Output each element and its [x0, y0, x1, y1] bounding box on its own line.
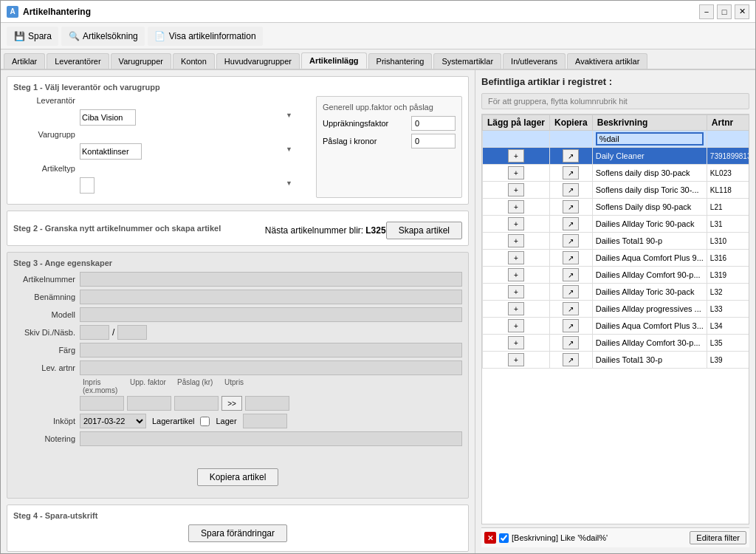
tab-artiklar[interactable]: Artiklar [4, 53, 45, 69]
tab-prishantering[interactable]: Prishantering [368, 53, 433, 69]
lagg-pa-lager-button[interactable]: + [508, 166, 524, 179]
info-button[interactable]: 📄 Visa artikelinformation [148, 27, 263, 46]
tab-systemartiklar[interactable]: Systemartiklar [433, 53, 501, 69]
col-header-lagg: Lägg på lager [483, 115, 550, 131]
inkopt-date-select[interactable]: 2017-03-22 [80, 414, 146, 428]
table-row: + ↗ Dailies Allday Comfort 90-p... L319 … [483, 267, 750, 284]
lager-input[interactable] [243, 414, 287, 428]
search-input[interactable] [596, 132, 704, 146]
app-icon: A [7, 6, 18, 18]
kopiera-button[interactable]: ↗ [563, 336, 579, 349]
varugrupp-select-row: Kontaktlinser [13, 143, 295, 160]
artnr-cell: L310 [707, 233, 749, 250]
col-header-artnr: Artnr [707, 115, 749, 131]
col-header-beskrivning: Beskrivning [592, 115, 707, 131]
varugrupp-select[interactable]: Kontaktlinser [80, 143, 142, 160]
kopiera-button[interactable]: ↗ [563, 183, 579, 196]
lagg-pa-lager-button[interactable]: + [508, 353, 524, 366]
kopiera-button[interactable]: ↗ [563, 285, 579, 298]
filter-checkbox[interactable] [499, 533, 509, 543]
upprakning-input[interactable] [411, 116, 456, 131]
kopiera-button[interactable]: ↗ [563, 166, 579, 179]
tab-konton[interactable]: Konton [173, 53, 215, 69]
filter-text: [Beskrivning] Like '%dail%' [512, 533, 687, 542]
lagg-pa-lager-button[interactable]: + [508, 217, 524, 230]
lagg-pa-lager-button[interactable]: + [508, 200, 524, 213]
kopiera-button[interactable]: ↗ [563, 268, 579, 281]
search-button[interactable]: 🔍 Artikelsökning [61, 27, 145, 46]
price-inputs: >> [80, 396, 289, 411]
lagg-pa-lager-button[interactable]: + [508, 251, 524, 264]
varugrupp-select-wrapper: Kontaktlinser [80, 143, 295, 160]
modell-row: Modell [13, 307, 462, 322]
lagg-pa-lager-button[interactable]: + [508, 336, 524, 349]
tab-varugrupper[interactable]: Varugrupper [111, 53, 171, 69]
kopiera-button[interactable]: ↗ [563, 353, 579, 366]
kopiera-button[interactable]: ↗ [563, 234, 579, 247]
table-row: + ↗ Soflens daily disp 30-pack KL023 B [483, 165, 750, 182]
save-button[interactable]: 💾 Spara [7, 27, 58, 46]
inkopt-row: Inköpt 2017-03-22 Lagerartikel Lager [13, 414, 462, 428]
lagerartikel-label: Lagerartikel [152, 417, 194, 425]
minimize-button[interactable]: − [699, 4, 714, 19]
lagerartikel-checkbox[interactable] [200, 417, 210, 426]
modell-input[interactable] [80, 307, 462, 322]
inpris-input[interactable] [80, 396, 124, 411]
close-button[interactable]: ✕ [735, 4, 749, 19]
artikelnummer-input[interactable] [80, 272, 462, 287]
toolbar: 💾 Spara 🔍 Artikelsökning 📄 Visa artikeli… [1, 23, 755, 49]
beskrivning-cell: Soflens Daily disp 90-pack [592, 199, 707, 216]
artnr-cell: L21 [707, 199, 749, 216]
lagg-pa-lager-button[interactable]: + [508, 285, 524, 298]
calculate-button[interactable]: >> [221, 396, 242, 411]
varugrupp-row: Varugrupp [13, 130, 295, 139]
create-article-button[interactable]: Skapa artikel [386, 222, 462, 239]
tab-inutleverans[interactable]: In/utleverans [503, 53, 566, 69]
search-kop-cell [550, 131, 593, 148]
artikeltyp-select-row [13, 177, 295, 194]
filter-edit-button[interactable]: Editera filter [690, 531, 746, 544]
paslag-label: Påslag i kronor [323, 137, 411, 146]
kopiera-button[interactable]: ↗ [563, 217, 579, 230]
skiv-di-input[interactable] [80, 325, 109, 340]
group-hint: För att gruppera, flytta kolumnrubrik hi… [481, 93, 749, 109]
maximize-button[interactable]: □ [717, 4, 732, 19]
notering-input[interactable] [80, 431, 462, 446]
filter-clear-button[interactable]: ✕ [484, 532, 496, 544]
lagg-pa-lager-button[interactable]: + [508, 268, 524, 281]
lev-artnr-input[interactable] [80, 360, 462, 375]
save-changes-button[interactable]: Spara förändringar [188, 524, 287, 542]
lagg-pa-lager-button[interactable]: + [508, 319, 524, 332]
kopiera-button[interactable]: ↗ [563, 149, 579, 163]
right-panel: Befintliga artiklar i registret : För at… [475, 70, 755, 553]
uppfaktor-input[interactable] [127, 396, 171, 411]
kopiera-button[interactable]: ↗ [563, 200, 579, 213]
copy-article-button[interactable]: Kopiera artikel [197, 468, 279, 486]
table-row: + ↗ Dailies Allday Toric 90-pack L31 C [483, 216, 750, 233]
kopiera-button[interactable]: ↗ [563, 302, 579, 315]
artikeltyp-select-wrapper [80, 177, 295, 194]
paslag-input[interactable] [174, 396, 219, 411]
artikeltyp-label: Artikeltyp [13, 164, 80, 173]
utpris-input[interactable] [245, 396, 289, 411]
tab-huvudvarugrupper[interactable]: Huvudvarugrupper [216, 53, 300, 69]
tab-artikelinlagg[interactable]: Artikelinlägg [301, 52, 367, 69]
benamning-input[interactable] [80, 290, 462, 304]
artikeltyp-select[interactable] [80, 177, 94, 194]
main-window: A Artikelhantering − □ ✕ 💾 Spara 🔍 Artik… [0, 0, 756, 554]
tab-leverantorer[interactable]: Leverantörer [47, 53, 109, 69]
kopiera-button[interactable]: ↗ [563, 251, 579, 264]
lagg-pa-lager-button[interactable]: + [508, 234, 524, 247]
lagg-pa-lager-button[interactable]: + [508, 149, 524, 163]
paslag-input[interactable] [411, 134, 456, 148]
tab-avaktivera[interactable]: Avaktivera artiklar [567, 53, 647, 69]
artnr-cell: KL118 [707, 182, 749, 199]
skiv-nasb-input[interactable] [117, 325, 147, 340]
leverantor-select[interactable]: Ciba Vision [80, 109, 136, 126]
search-row [483, 131, 750, 148]
info-label: Visa artikelinformation [169, 31, 256, 41]
kopiera-button[interactable]: ↗ [563, 319, 579, 332]
lagg-pa-lager-button[interactable]: + [508, 302, 524, 315]
farg-input[interactable] [80, 343, 462, 358]
lagg-pa-lager-button[interactable]: + [508, 183, 524, 196]
